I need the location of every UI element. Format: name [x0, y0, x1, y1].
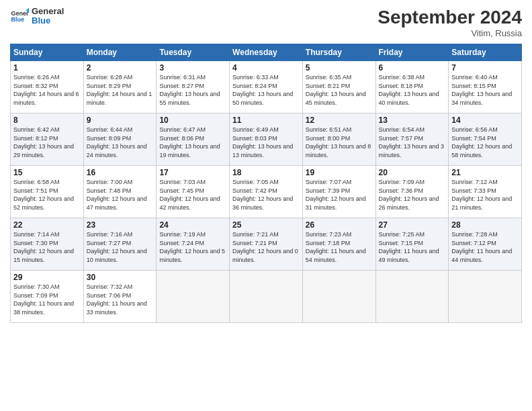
day-info: Sunrise: 7:28 AMSunset: 7:12 PMDaylight:…	[451, 230, 519, 264]
day-info: Sunrise: 6:42 AMSunset: 8:12 PMDaylight:…	[13, 126, 81, 159]
day-info: Sunrise: 7:21 AMSunset: 7:21 PMDaylight:…	[232, 230, 300, 264]
day-info: Sunrise: 6:54 AMSunset: 7:57 PMDaylight:…	[379, 126, 446, 159]
day-number: 16	[87, 168, 154, 177]
day-number: 25	[232, 220, 300, 230]
day-info: Sunrise: 6:51 AMSunset: 8:00 PMDaylight:…	[306, 126, 373, 159]
logo-icon: General Blue	[10, 7, 29, 26]
day-number: 22	[13, 220, 81, 230]
day-info: Sunrise: 7:16 AMSunset: 7:27 PMDaylight:…	[87, 230, 154, 264]
calendar-cell: 6Sunrise: 6:38 AMSunset: 8:18 PMDaylight…	[375, 61, 449, 113]
calendar-cell: 25Sunrise: 7:21 AMSunset: 7:21 PMDayligh…	[230, 218, 303, 271]
weekday-header-friday: Friday	[375, 44, 449, 61]
calendar-cell	[302, 271, 375, 323]
day-info: Sunrise: 7:03 AMSunset: 7:45 PMDaylight:…	[159, 178, 226, 212]
day-number: 24	[159, 220, 226, 230]
day-number: 21	[451, 168, 519, 177]
calendar-cell: 26Sunrise: 7:23 AMSunset: 7:18 PMDayligh…	[302, 218, 375, 271]
day-info: Sunrise: 6:28 AMSunset: 8:29 PMDaylight:…	[87, 73, 154, 107]
calendar-week-row: 22Sunrise: 7:14 AMSunset: 7:30 PMDayligh…	[11, 218, 522, 271]
day-info: Sunrise: 6:47 AMSunset: 8:06 PMDaylight:…	[159, 126, 226, 159]
day-number: 6	[379, 63, 446, 73]
calendar-cell: 9Sunrise: 6:44 AMSunset: 8:09 PMDaylight…	[83, 113, 157, 166]
month-title: September 2024	[378, 7, 522, 28]
day-info: Sunrise: 6:58 AMSunset: 7:51 PMDaylight:…	[13, 178, 81, 212]
calendar-cell: 20Sunrise: 7:09 AMSunset: 7:36 PMDayligh…	[375, 166, 449, 218]
day-number: 28	[451, 220, 519, 230]
day-number: 12	[306, 116, 373, 125]
day-number: 26	[306, 220, 373, 230]
day-info: Sunrise: 7:05 AMSunset: 7:42 PMDaylight:…	[232, 178, 300, 212]
day-number: 18	[232, 168, 300, 177]
calendar-cell: 10Sunrise: 6:47 AMSunset: 8:06 PMDayligh…	[157, 113, 230, 166]
location: Vitim, Russia	[378, 28, 522, 38]
calendar-cell: 2Sunrise: 6:28 AMSunset: 8:29 PMDaylight…	[83, 61, 157, 113]
day-info: Sunrise: 7:12 AMSunset: 7:33 PMDaylight:…	[451, 178, 519, 212]
day-number: 5	[306, 63, 373, 73]
day-number: 15	[13, 168, 81, 177]
day-number: 20	[379, 168, 446, 177]
calendar-cell: 16Sunrise: 7:00 AMSunset: 7:48 PMDayligh…	[83, 166, 157, 218]
day-number: 17	[159, 168, 226, 177]
day-info: Sunrise: 7:23 AMSunset: 7:18 PMDaylight:…	[306, 230, 373, 264]
day-number: 2	[87, 63, 154, 73]
calendar-cell: 15Sunrise: 6:58 AMSunset: 7:51 PMDayligh…	[11, 166, 84, 218]
day-number: 13	[379, 116, 446, 125]
day-number: 3	[159, 63, 226, 73]
calendar-cell	[375, 271, 449, 323]
day-info: Sunrise: 6:26 AMSunset: 8:32 PMDaylight:…	[13, 73, 81, 107]
calendar-week-row: 8Sunrise: 6:42 AMSunset: 8:12 PMDaylight…	[11, 113, 522, 166]
logo-general: General	[32, 7, 64, 16]
calendar-cell: 1Sunrise: 6:26 AMSunset: 8:32 PMDaylight…	[11, 61, 84, 113]
day-info: Sunrise: 6:49 AMSunset: 8:03 PMDaylight:…	[232, 126, 300, 159]
logo-blue: Blue	[32, 16, 64, 26]
calendar-cell: 3Sunrise: 6:31 AMSunset: 8:27 PMDaylight…	[157, 61, 230, 113]
calendar-cell	[449, 271, 522, 323]
day-info: Sunrise: 6:35 AMSunset: 8:21 PMDaylight:…	[306, 73, 373, 107]
day-info: Sunrise: 6:31 AMSunset: 8:27 PMDaylight:…	[159, 73, 226, 107]
day-number: 27	[379, 220, 446, 230]
calendar-cell: 21Sunrise: 7:12 AMSunset: 7:33 PMDayligh…	[449, 166, 522, 218]
day-info: Sunrise: 7:09 AMSunset: 7:36 PMDaylight:…	[379, 178, 446, 212]
calendar-cell: 8Sunrise: 6:42 AMSunset: 8:12 PMDaylight…	[11, 113, 84, 166]
day-info: Sunrise: 7:07 AMSunset: 7:39 PMDaylight:…	[306, 178, 373, 212]
weekday-header-wednesday: Wednesday	[230, 44, 303, 61]
day-number: 1	[13, 63, 81, 73]
day-info: Sunrise: 7:19 AMSunset: 7:24 PMDaylight:…	[159, 230, 226, 264]
weekday-header-tuesday: Tuesday	[157, 44, 230, 61]
svg-text:Blue: Blue	[11, 17, 24, 24]
calendar-cell	[230, 271, 303, 323]
header: General Blue General Blue September 2024…	[10, 7, 522, 38]
day-number: 8	[13, 116, 81, 125]
calendar-cell: 30Sunrise: 7:32 AMSunset: 7:06 PMDayligh…	[83, 271, 157, 323]
day-number: 14	[451, 116, 519, 125]
weekday-header-thursday: Thursday	[302, 44, 375, 61]
day-number: 10	[159, 116, 226, 125]
day-info: Sunrise: 7:30 AMSunset: 7:09 PMDaylight:…	[13, 283, 81, 316]
day-number: 11	[232, 116, 300, 125]
day-number: 9	[87, 116, 154, 125]
calendar-cell: 18Sunrise: 7:05 AMSunset: 7:42 PMDayligh…	[230, 166, 303, 218]
day-info: Sunrise: 6:56 AMSunset: 7:54 PMDaylight:…	[451, 126, 519, 159]
day-number: 23	[87, 220, 154, 230]
day-info: Sunrise: 6:40 AMSunset: 8:15 PMDaylight:…	[451, 73, 519, 107]
calendar-cell: 11Sunrise: 6:49 AMSunset: 8:03 PMDayligh…	[230, 113, 303, 166]
weekday-header-monday: Monday	[83, 44, 157, 61]
svg-text:General: General	[11, 10, 29, 17]
calendar-week-row: 15Sunrise: 6:58 AMSunset: 7:51 PMDayligh…	[11, 166, 522, 218]
day-number: 19	[306, 168, 373, 177]
calendar-cell: 27Sunrise: 7:25 AMSunset: 7:15 PMDayligh…	[375, 218, 449, 271]
calendar-table: SundayMondayTuesdayWednesdayThursdayFrid…	[10, 44, 522, 323]
calendar-cell: 14Sunrise: 6:56 AMSunset: 7:54 PMDayligh…	[449, 113, 522, 166]
calendar-cell: 28Sunrise: 7:28 AMSunset: 7:12 PMDayligh…	[449, 218, 522, 271]
calendar-cell	[157, 271, 230, 323]
calendar-week-row: 1Sunrise: 6:26 AMSunset: 8:32 PMDaylight…	[11, 61, 522, 113]
day-info: Sunrise: 6:33 AMSunset: 8:24 PMDaylight:…	[232, 73, 300, 107]
calendar-week-row: 29Sunrise: 7:30 AMSunset: 7:09 PMDayligh…	[11, 271, 522, 323]
day-info: Sunrise: 7:00 AMSunset: 7:48 PMDaylight:…	[87, 178, 154, 212]
calendar-cell: 19Sunrise: 7:07 AMSunset: 7:39 PMDayligh…	[302, 166, 375, 218]
calendar-cell: 12Sunrise: 6:51 AMSunset: 8:00 PMDayligh…	[302, 113, 375, 166]
calendar-cell: 17Sunrise: 7:03 AMSunset: 7:45 PMDayligh…	[157, 166, 230, 218]
calendar-cell: 13Sunrise: 6:54 AMSunset: 7:57 PMDayligh…	[375, 113, 449, 166]
weekday-header-sunday: Sunday	[11, 44, 84, 61]
calendar-cell: 22Sunrise: 7:14 AMSunset: 7:30 PMDayligh…	[11, 218, 84, 271]
